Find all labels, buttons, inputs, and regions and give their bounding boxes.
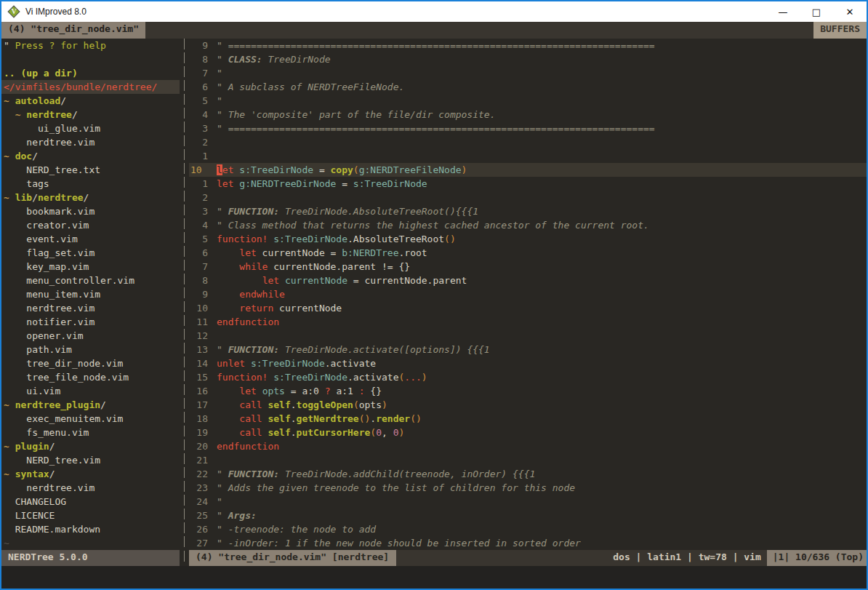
- code-line[interactable]: 23" Adds the given treenode to the list …: [189, 481, 867, 495]
- code-line[interactable]: 15function! s:TreeDirNode.activate(...): [189, 370, 867, 384]
- code-line[interactable]: 9 endwhile: [189, 287, 867, 301]
- line-number: 5: [190, 232, 208, 246]
- tree-row[interactable]: key_map.vim: [1, 260, 180, 274]
- line-number: 6: [190, 246, 208, 260]
- code-line[interactable]: 18 call self.getNerdtree().render(): [189, 412, 867, 426]
- line-number: 4: [190, 108, 208, 121]
- line-number: 20: [190, 439, 208, 453]
- tree-row[interactable]: flag_set.vim: [1, 246, 180, 260]
- code-line[interactable]: 3" =====================================…: [189, 121, 867, 135]
- code-line[interactable]: 3" FUNCTION: TreeDirNode.AbsoluteTreeRoo…: [189, 204, 867, 218]
- line-number: 17: [190, 398, 208, 412]
- code-line[interactable]: 1let g:NERDTreeDirNode = s:TreeDirNode: [189, 177, 867, 191]
- tree-row[interactable]: creator.vim: [1, 218, 180, 232]
- code-line[interactable]: 24": [189, 495, 867, 509]
- tree-row[interactable]: NERD_tree.vim: [1, 453, 180, 467]
- code-line[interactable]: 8" CLASS: TreeDirNode: [189, 52, 867, 66]
- tree-row[interactable]: </vimfiles/bundle/nerdtree/: [1, 80, 180, 94]
- code-line[interactable]: 8 let currentNode = currentNode.parent: [189, 274, 867, 287]
- tree-row[interactable]: tree_file_node.vim: [1, 370, 180, 384]
- code-line[interactable]: 10let s:TreeDirNode = copy(g:NERDTreeFil…: [189, 163, 867, 177]
- code-line[interactable]: 16 let opts = a:0 ? a:1 : {}: [189, 384, 867, 398]
- tree-row[interactable]: ~ syntax/: [1, 467, 180, 481]
- code-text: let g:NERDTreeDirNode = s:TreeDirNode: [217, 177, 427, 191]
- code-line[interactable]: 1: [189, 149, 867, 163]
- code-line[interactable]: 9" =====================================…: [189, 39, 867, 52]
- vim-logo-icon: V: [7, 5, 20, 18]
- minimize-button[interactable]: —: [766, 1, 800, 22]
- code-line[interactable]: 4" Class method that returns the highest…: [189, 218, 867, 232]
- tree-row[interactable]: ~ nerdtree_plugin/: [1, 398, 180, 412]
- code-line[interactable]: 7": [189, 66, 867, 80]
- tree-row[interactable]: nerdtree.vim: [1, 481, 180, 495]
- tree-row[interactable]: notifier.vim: [1, 315, 180, 329]
- window-separator[interactable]: [180, 39, 189, 550]
- code-text: " ======================================…: [217, 121, 655, 135]
- code-text: " CLASS: TreeDirNode: [217, 52, 331, 66]
- tree-row[interactable]: ui.vim: [1, 384, 180, 398]
- code-line[interactable]: 19 call self.putCursorHere(0, 0): [189, 426, 867, 439]
- code-line[interactable]: 5": [189, 94, 867, 108]
- tree-row[interactable]: [1, 52, 180, 66]
- tab-tree-dir-node[interactable]: (4) "tree_dir_node.vim": [1, 22, 145, 39]
- tree-row[interactable]: CHANGELOG: [1, 495, 180, 509]
- code-text: " Class method that returns the highest …: [217, 218, 649, 232]
- line-number: 7: [190, 260, 208, 274]
- tree-row[interactable]: fs_menu.vim: [1, 426, 180, 439]
- code-line[interactable]: 20endfunction: [189, 439, 867, 453]
- tree-row[interactable]: exec_menuitem.vim: [1, 412, 180, 426]
- tree-row[interactable]: path.vim: [1, 343, 180, 356]
- code-line[interactable]: 12: [189, 329, 867, 343]
- code-line[interactable]: 22" FUNCTION: TreeDirNode.addChild(treen…: [189, 467, 867, 481]
- code-line[interactable]: 10 return currentNode: [189, 301, 867, 315]
- tree-row[interactable]: menu_item.vim: [1, 287, 180, 301]
- tree-row[interactable]: ui_glue.vim: [1, 121, 180, 135]
- tree-row[interactable]: event.vim: [1, 232, 180, 246]
- tree-row[interactable]: ~ nerdtree/: [1, 108, 180, 121]
- code-line[interactable]: 7 while currentNode.parent != {}: [189, 260, 867, 274]
- code-line[interactable]: 6 let currentNode = b:NERDTree.root: [189, 246, 867, 260]
- code-line[interactable]: 21: [189, 453, 867, 467]
- tree-row[interactable]: nerdtree.vim: [1, 135, 180, 149]
- code-line[interactable]: 27" -inOrder: 1 if the new node should b…: [189, 536, 867, 550]
- line-number: 3: [190, 204, 208, 218]
- code-line[interactable]: 25" Args:: [189, 509, 867, 522]
- code-text: " FUNCTION: TreeDirNode.AbsoluteTreeRoot…: [217, 204, 478, 218]
- code-text: call self.toggleOpen(opts): [217, 398, 387, 412]
- code-line[interactable]: 11endfunction: [189, 315, 867, 329]
- line-number: 2: [190, 191, 208, 204]
- code-line[interactable]: 4" The 'composite' part of the file/dir …: [189, 108, 867, 121]
- tree-row[interactable]: .. (up a dir): [1, 66, 180, 80]
- code-line[interactable]: 17 call self.toggleOpen(opts): [189, 398, 867, 412]
- tree-row[interactable]: LICENCE: [1, 509, 180, 522]
- line-number: 22: [190, 467, 208, 481]
- line-number: 4: [190, 218, 208, 232]
- code-line[interactable]: 5function! s:TreeDirNode.AbsoluteTreeRoo…: [189, 232, 867, 246]
- tree-row[interactable]: bookmark.vim: [1, 204, 180, 218]
- tree-row[interactable]: menu_controller.vim: [1, 274, 180, 287]
- code-text: unlet s:TreeDirNode.activate: [217, 356, 376, 370]
- tree-row[interactable]: ~: [1, 536, 180, 550]
- code-text: ": [217, 94, 222, 108]
- maximize-button[interactable]: □: [800, 1, 833, 22]
- tree-row[interactable]: tree_dir_node.vim: [1, 356, 180, 370]
- tree-row[interactable]: ~ autoload/: [1, 94, 180, 108]
- tree-row[interactable]: " Press ? for help: [1, 39, 180, 52]
- code-line[interactable]: 6" A subclass of NERDTreeFileNode.: [189, 80, 867, 94]
- tree-row[interactable]: ~ lib/nerdtree/: [1, 191, 180, 204]
- code-line[interactable]: 26" -treenode: the node to add: [189, 522, 867, 536]
- code-line[interactable]: 2: [189, 191, 867, 204]
- tree-row[interactable]: NERD_tree.txt: [1, 163, 180, 177]
- tree-row[interactable]: ~ doc/: [1, 149, 180, 163]
- tree-row[interactable]: tags: [1, 177, 180, 191]
- tree-row[interactable]: ~ plugin/: [1, 439, 180, 453]
- tree-row[interactable]: opener.vim: [1, 329, 180, 343]
- tree-row[interactable]: nerdtree.vim: [1, 301, 180, 315]
- code-line[interactable]: 2: [189, 135, 867, 149]
- buffers-label: BUFFERS: [813, 22, 867, 39]
- code-line[interactable]: 14unlet s:TreeDirNode.activate: [189, 356, 867, 370]
- tree-row[interactable]: README.markdown: [1, 522, 180, 536]
- close-button[interactable]: ✕: [833, 1, 867, 22]
- code-text: " -treenode: the node to add: [217, 522, 376, 536]
- code-line[interactable]: 13" FUNCTION: TreeDirNode.activate([opti…: [189, 343, 867, 356]
